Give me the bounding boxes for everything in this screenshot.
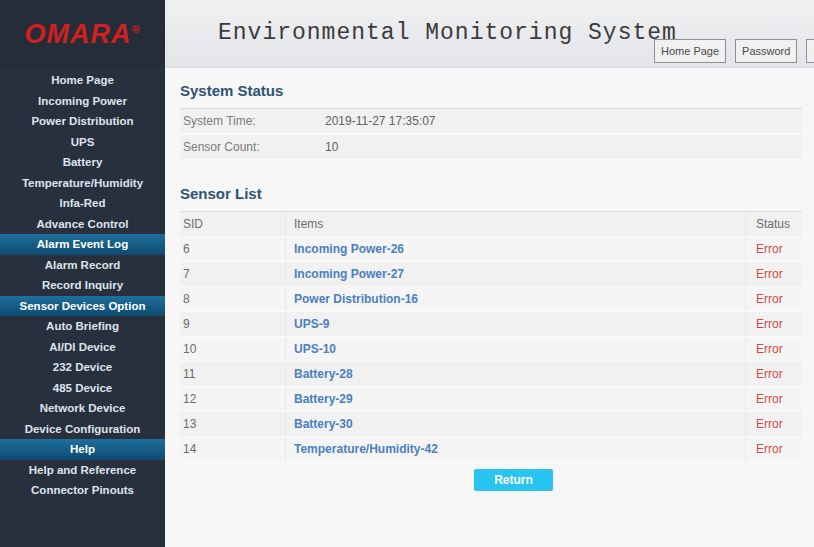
sensor-sid-cell: 11: [180, 362, 285, 386]
status-row-label: Sensor Count:: [180, 140, 325, 154]
sensor-table-row: 14 Temperature/Humidity-42 Error: [180, 437, 802, 462]
sidebar-menu-item[interactable]: UPS: [0, 132, 165, 153]
sidebar-menu-item-label: Home Page: [51, 74, 114, 86]
home-page-button[interactable]: Home Page: [654, 39, 726, 63]
sidebar-menu-item[interactable]: Auto Briefing: [0, 316, 165, 337]
sensor-item-link[interactable]: UPS-10: [294, 342, 336, 356]
sensor-item-link[interactable]: UPS-9: [294, 317, 329, 331]
sidebar-menu-item[interactable]: Incoming Power: [0, 91, 165, 112]
status-error-text: Error: [756, 442, 783, 456]
sensor-status-cell: Error: [745, 337, 802, 361]
sidebar-menu-item[interactable]: 232 Device: [0, 357, 165, 378]
sidebar-menu-item-label: Infa-Red: [60, 197, 106, 209]
sidebar-menu-item-label: Help and Reference: [29, 464, 136, 476]
sidebar-menu-item[interactable]: Battery: [0, 152, 165, 173]
sensor-item-cell: Battery-29: [285, 387, 745, 411]
sidebar-menu-item[interactable]: Help: [0, 439, 165, 460]
sensor-sid-cell: 9: [180, 312, 285, 336]
system-status-table: System Time: 2019-11-27 17:35:07 Sensor …: [180, 109, 802, 161]
sidebar-menu-item-label: Auto Briefing: [46, 320, 119, 332]
omara-logo: OMARA®: [24, 19, 140, 50]
sensor-table-row: 12 Battery-29 Error: [180, 387, 802, 412]
sidebar-menu-item-label: Incoming Power: [38, 95, 127, 107]
sensor-status-cell: Error: [745, 312, 802, 336]
status-error-text: Error: [756, 417, 783, 431]
sensor-item-link[interactable]: Incoming Power-26: [294, 242, 404, 256]
sidebar-menu-item[interactable]: Network Device: [0, 398, 165, 419]
status-row-label: System Time:: [180, 114, 325, 128]
sidebar-menu-item[interactable]: Alarm Record: [0, 255, 165, 276]
sensor-item-cell: UPS-9: [285, 312, 745, 336]
sidebar-menu-item[interactable]: Alarm Event Log: [0, 234, 165, 255]
sidebar-menu-item-label: Temperature/Humidity: [22, 177, 143, 189]
sidebar-menu-item[interactable]: Infa-Red: [0, 193, 165, 214]
sensor-sid-cell: 14: [180, 437, 285, 461]
password-button[interactable]: Password: [735, 39, 797, 63]
sensor-sid-cell: 8: [180, 287, 285, 311]
sidebar-menu-item[interactable]: AI/DI Device: [0, 337, 165, 358]
sidebar-menu-item[interactable]: Device Configuration: [0, 419, 165, 440]
sidebar: OMARA® Home Page Incoming Power Power Di…: [0, 0, 165, 547]
logout-button[interactable]: Logout: [806, 39, 814, 63]
sidebar-menu-item-label: AI/DI Device: [49, 341, 115, 353]
system-status-row: Sensor Count: 10: [180, 135, 802, 161]
sensor-status-cell: Error: [745, 262, 802, 286]
sidebar-menu-item-label: Record Inquiry: [42, 279, 123, 291]
status-row-value: 2019-11-27 17:35:07: [325, 114, 436, 128]
sidebar-menu-item[interactable]: Sensor Devices Option: [0, 296, 165, 317]
status-error-text: Error: [756, 267, 783, 281]
sensor-item-cell: Power Distribution-16: [285, 287, 745, 311]
sidebar-menu-item[interactable]: 485 Device: [0, 378, 165, 399]
sensor-item-cell: UPS-10: [285, 337, 745, 361]
sidebar-menu-item[interactable]: Record Inquiry: [0, 275, 165, 296]
sidebar-menu-item-label: 232 Device: [53, 361, 112, 373]
logo-area: OMARA®: [0, 0, 165, 68]
sensor-table-header: SID Items Status: [180, 212, 802, 237]
sensor-item-link[interactable]: Battery-30: [294, 417, 353, 431]
sidebar-menu-item-label: Device Configuration: [25, 423, 141, 435]
sidebar-menu-item[interactable]: Help and Reference: [0, 460, 165, 481]
sensor-status-cell: Error: [745, 412, 802, 436]
sensor-status-cell: Error: [745, 362, 802, 386]
col-header-sid: SID: [180, 212, 285, 236]
main-content: System Status System Time: 2019-11-27 17…: [165, 68, 814, 547]
sidebar-menu-item-label: Help: [70, 443, 95, 455]
page-title: Environmental Monitoring System: [218, 20, 677, 46]
sidebar-menu-item-label: Advance Control: [36, 218, 128, 230]
sensor-item-cell: Battery-28: [285, 362, 745, 386]
col-header-status: Status: [745, 212, 802, 236]
sensor-item-link[interactable]: Temperature/Humidity-42: [294, 442, 438, 456]
sidebar-menu-item-label: UPS: [71, 136, 95, 148]
return-button[interactable]: Return: [474, 469, 553, 491]
sensor-table-row: 10 UPS-10 Error: [180, 337, 802, 362]
sensor-item-cell: Incoming Power-27: [285, 262, 745, 286]
sensor-item-cell: Battery-30: [285, 412, 745, 436]
sensor-table-row: 9 UPS-9 Error: [180, 312, 802, 337]
sidebar-menu-item[interactable]: Connector Pinouts: [0, 480, 165, 501]
return-button-row: Return: [180, 469, 802, 491]
sidebar-menu-item-label: Battery: [63, 156, 103, 168]
sensor-item-link[interactable]: Battery-28: [294, 367, 353, 381]
sidebar-menu-item[interactable]: Temperature/Humidity: [0, 173, 165, 194]
sensor-table-row: 13 Battery-30 Error: [180, 412, 802, 437]
sensor-sid-cell: 10: [180, 337, 285, 361]
sensor-table-row: 6 Incoming Power-26 Error: [180, 237, 802, 262]
sensor-table-row: 7 Incoming Power-27 Error: [180, 262, 802, 287]
sensor-item-link[interactable]: Battery-29: [294, 392, 353, 406]
status-row-value: 10: [325, 140, 338, 154]
sensor-item-link[interactable]: Power Distribution-16: [294, 292, 418, 306]
sidebar-menu-item[interactable]: Power Distribution: [0, 111, 165, 132]
sidebar-menu-item[interactable]: Advance Control: [0, 214, 165, 235]
sidebar-menu-item-label: Alarm Event Log: [37, 238, 128, 250]
header: Environmental Monitoring System Home Pag…: [165, 0, 814, 68]
sidebar-menu-item[interactable]: Home Page: [0, 70, 165, 91]
sensor-status-cell: Error: [745, 237, 802, 261]
sensor-item-link[interactable]: Incoming Power-27: [294, 267, 404, 281]
status-error-text: Error: [756, 292, 783, 306]
sensor-sid-cell: 6: [180, 237, 285, 261]
sensor-status-cell: Error: [745, 437, 802, 461]
sensor-table: SID Items Status 6 Incoming Power-26 Err…: [180, 212, 802, 462]
sensor-status-cell: Error: [745, 287, 802, 311]
sensor-table-row: 8 Power Distribution-16 Error: [180, 287, 802, 312]
status-error-text: Error: [756, 392, 783, 406]
